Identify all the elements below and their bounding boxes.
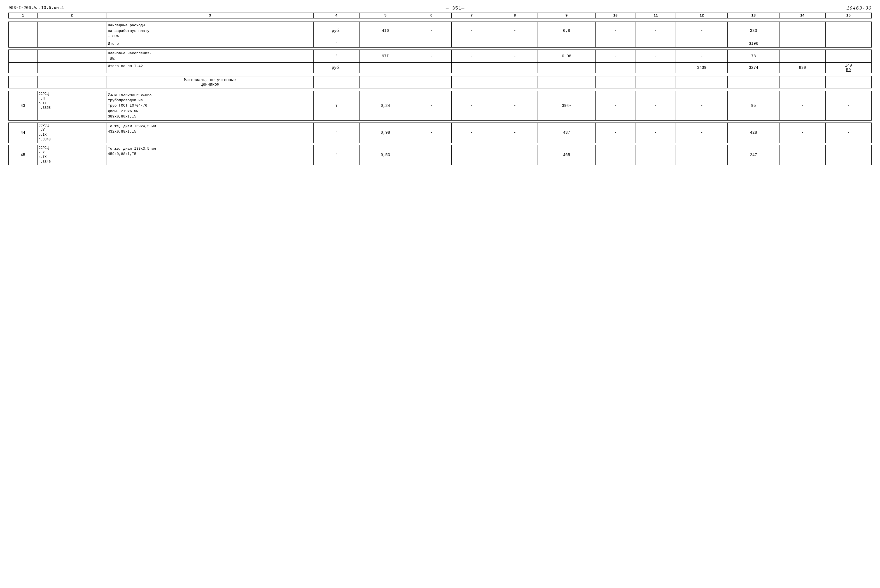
row45-col7: -	[451, 145, 492, 165]
itogo1-col2	[37, 40, 107, 48]
col-header-7: 7	[451, 13, 492, 18]
itogo-pp-col15: I4959	[826, 63, 871, 73]
planned-col7: -	[451, 50, 492, 63]
itogo1-col7	[451, 40, 492, 48]
row45-col6: -	[411, 145, 451, 165]
row44-code: ССРСЦч.Ур.IXп.3348	[37, 123, 107, 142]
planned-col10: -	[595, 50, 636, 63]
row43-col5: 0,24	[360, 91, 411, 121]
itogo1-col8	[492, 40, 538, 48]
itogo-pp-desc: Итого по пп.I-42	[107, 63, 314, 73]
row-overhead-col13: 333	[728, 22, 779, 40]
row-overhead-col9: 0,8	[538, 22, 595, 40]
row45-col11: -	[636, 145, 676, 165]
row44-col4: "	[313, 123, 359, 142]
row44-col15: -	[826, 123, 871, 142]
itogo1-col12	[676, 40, 728, 48]
itogo-pp-col2	[37, 63, 107, 73]
column-header-row: 1 2 3 4 5 6 7 8 9 10 11 12 13 14 15	[9, 13, 872, 18]
row44-col11: -	[636, 123, 676, 142]
spacer-row-2	[9, 48, 872, 50]
materials-col12	[676, 76, 728, 88]
row44-col13: 428	[728, 123, 779, 142]
row-overhead-col14	[779, 22, 826, 40]
row45-col13: 247	[728, 145, 779, 165]
itogo1-col15	[826, 40, 871, 48]
col-header-8: 8	[492, 13, 538, 18]
planned-col9: 0,08	[538, 50, 595, 63]
col-header-6: 6	[411, 13, 451, 18]
row44-col14: -	[779, 123, 826, 142]
itogo-pp-col6	[411, 63, 451, 73]
materials-col1	[9, 76, 38, 88]
col-header-12: 12	[676, 13, 728, 18]
itogo1-col11	[636, 40, 676, 48]
itogo1-col14	[779, 40, 826, 48]
materials-col11	[636, 76, 676, 88]
row45-col8: -	[492, 145, 538, 165]
header-left: 903-I-200.Ал.I3.5,кн.4	[8, 6, 64, 10]
col-header-15: 15	[826, 13, 871, 18]
materials-label: Материалы, не учтенныеценником	[107, 76, 314, 88]
col-header-2: 2	[37, 13, 107, 18]
row44-num: 44	[9, 123, 38, 142]
itogo-pp-col9	[538, 63, 595, 73]
row44-col6: -	[411, 123, 451, 142]
itogo1-col1	[9, 40, 38, 48]
planned-col6: -	[411, 50, 451, 63]
row43-col14: -	[779, 91, 826, 121]
row43-col7: -	[451, 91, 492, 121]
overhead-wages-row: Накладные расходына заработную плату-- 8…	[9, 22, 872, 40]
row-44: 44 ССРСЦч.Ур.IXп.3348 То же, диам.I59х4,…	[9, 123, 872, 142]
itogo-pp-col13: 3274	[728, 63, 779, 73]
itogo-pp-col4: руб.	[313, 63, 359, 73]
col-header-9: 9	[538, 13, 595, 18]
page-header: 903-I-200.Ал.I3.5,кн.4 — 351— 19463-30	[8, 6, 872, 11]
planned-col13: 78	[728, 50, 779, 63]
row44-col7: -	[451, 123, 492, 142]
row45-col15: -	[826, 145, 871, 165]
row43-col12: -	[676, 91, 728, 121]
itogo1-col4: "	[313, 40, 359, 48]
planned-col14	[779, 50, 826, 63]
materials-col10	[595, 76, 636, 88]
row43-col6: -	[411, 91, 451, 121]
itogo-pp-col11	[636, 63, 676, 73]
materials-col14	[779, 76, 826, 88]
row44-col5: 0,98	[360, 123, 411, 142]
itogo-pp-col8	[492, 63, 538, 73]
row43-num: 43	[9, 91, 38, 121]
row43-code: СCРСЦч.Пр.IXп.3358	[37, 91, 107, 121]
planned-col11: -	[636, 50, 676, 63]
materials-col13	[728, 76, 779, 88]
row43-desc: Узлы технологическихтрубопроводов изтруб…	[107, 91, 314, 121]
itogo-pp-col1	[9, 63, 38, 73]
itogo1-desc: Итого	[107, 40, 314, 48]
header-right: 19463-30	[846, 6, 872, 11]
materials-col6	[411, 76, 451, 88]
itogo1-row: Итого " 3I96	[9, 40, 872, 48]
row-overhead-desc: Накладные расходына заработную плату-- 8…	[107, 22, 314, 40]
spacer-row-5	[9, 120, 872, 123]
planned-col15	[826, 50, 871, 63]
itogo-pp-col10	[595, 63, 636, 73]
itogo-pp-col7	[451, 63, 492, 73]
materials-col5	[360, 76, 411, 88]
row-overhead-col4: руб.	[313, 22, 359, 40]
col-header-13: 13	[728, 13, 779, 18]
row-overhead-col5: 4I6	[360, 22, 411, 40]
planned-col5: 97I	[360, 50, 411, 63]
itogo-pp-row: Итого по пп.I-42 руб. 3439 3274 830 I495…	[9, 63, 872, 73]
row43-col11: -	[636, 91, 676, 121]
row44-col12: -	[676, 123, 728, 142]
planned-col8: -	[492, 50, 538, 63]
row-45: 45 ССРСЦч.Ур.IXп.3340 То же, диам.I33х3,…	[9, 145, 872, 165]
main-table: 1 2 3 4 5 6 7 8 9 10 11 12 13 14 15 Накл…	[8, 13, 872, 176]
row43-col9: 394-	[538, 91, 595, 121]
materials-col8	[492, 76, 538, 88]
col-header-10: 10	[595, 13, 636, 18]
spacer-row-4	[9, 88, 872, 91]
row-overhead-col11: -	[636, 22, 676, 40]
row44-desc: То же, диам.I59х4,5 мм432х0,88хI,I5	[107, 123, 314, 142]
row45-col14: -	[779, 145, 826, 165]
